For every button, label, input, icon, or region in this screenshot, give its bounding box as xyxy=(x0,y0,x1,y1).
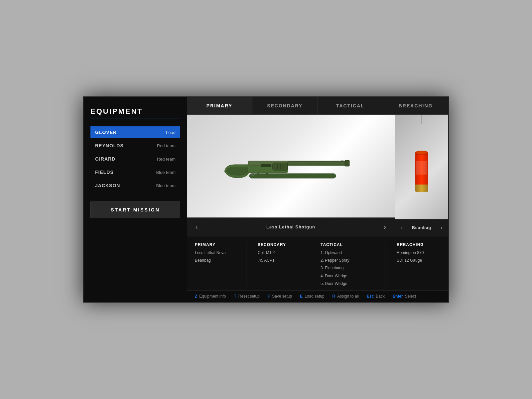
primary-weapon-panel: ‹ Less Lethal Shotgun › xyxy=(187,115,395,236)
loadout-tactical-value2: 2. Pepper Spray xyxy=(321,257,374,264)
hotkey-label-enter: Select xyxy=(405,294,416,299)
hotkey-key-f: F xyxy=(268,294,270,299)
team-member-reynolds[interactable]: Reynolds Red team xyxy=(90,140,180,152)
team-list: Glover Lead Reynolds Red team Girard Red… xyxy=(90,126,180,192)
tabs-bar: Primary Secondary Tactical Breaching xyxy=(187,97,448,115)
main-layout: EQUIPMENT Glover Lead Reynolds Red team … xyxy=(84,97,448,302)
hotkey-enter: Enter Select xyxy=(393,294,416,299)
loadout-secondary: Secondary Colt M191 .45 ACP1 xyxy=(258,242,298,287)
separator-2 xyxy=(309,242,309,287)
hotkey-esc: Esc Back xyxy=(367,294,385,299)
loadout-tactical-value4: 4. Door Wedge xyxy=(321,273,374,279)
hotkey-e: E Load setup xyxy=(300,294,324,299)
shell-label xyxy=(416,161,427,175)
secondary-ammo-nav: ‹ Beanbag › xyxy=(395,219,448,236)
svg-rect-10 xyxy=(261,164,271,167)
hotkey-key-e: E xyxy=(300,294,303,299)
team-member-girard[interactable]: Girard Red team xyxy=(90,153,180,165)
hotkey-key-z: Z xyxy=(195,294,197,299)
hotkey-label-t: Reset setup xyxy=(238,294,260,299)
loadout-tactical-label: Tactical xyxy=(321,242,374,247)
loadout-primary-value2: Beanbag xyxy=(195,257,235,264)
separator-3 xyxy=(385,242,385,287)
tab-primary[interactable]: Primary xyxy=(187,97,252,114)
prev-weapon-arrow[interactable]: ‹ xyxy=(193,222,200,232)
loadout-secondary-value2: .45 ACP1 xyxy=(258,257,298,264)
member-name: Jackson xyxy=(95,183,120,188)
prev-ammo-arrow[interactable]: ‹ xyxy=(398,223,405,232)
primary-weapon-nav: ‹ Less Lethal Shotgun › xyxy=(187,217,395,236)
hotkey-z: Z Equipment info xyxy=(195,294,226,299)
hotkey-key-enter: Enter xyxy=(393,294,403,299)
loadout-breaching-value2: SDI 12 Gauge xyxy=(397,257,437,264)
member-role: Red team xyxy=(157,157,176,162)
member-role: Lead xyxy=(166,130,176,135)
svg-rect-1 xyxy=(249,174,336,178)
beanbag-shell xyxy=(415,151,428,192)
secondary-weapon-name: Beanbag xyxy=(412,225,431,230)
bottom-hotkey-bar: Z Equipment info T Reset setup F Save se… xyxy=(187,290,448,302)
shell-crimp xyxy=(415,151,428,155)
team-member-glover[interactable]: Glover Lead xyxy=(90,126,180,138)
weapons-display: ‹ Less Lethal Shotgun › xyxy=(187,115,448,236)
tab-tactical[interactable]: Tactical xyxy=(318,97,383,114)
hotkey-label-f: Save setup xyxy=(272,294,292,299)
primary-weapon-name: Less Lethal Shotgun xyxy=(266,224,315,229)
title-underline xyxy=(90,118,180,118)
loadout-breaching-value1: Remington 870 xyxy=(397,250,437,256)
page-title: EQUIPMENT xyxy=(90,107,180,116)
loadout-secondary-value1: Colt M191 xyxy=(258,250,298,256)
member-role: Blue team xyxy=(156,170,176,175)
hotkey-label-e: Load setup xyxy=(305,294,324,299)
hotkey-key-r: R xyxy=(332,294,335,299)
shotgun-icon xyxy=(221,146,361,186)
loadout-primary: Primary Less Lethal Nova Beanbag xyxy=(195,242,235,287)
member-name: Glover xyxy=(95,130,117,135)
next-weapon-arrow[interactable]: › xyxy=(381,222,389,232)
secondary-weapon-image xyxy=(395,115,448,219)
separator-1 xyxy=(246,242,246,287)
member-name: Fields xyxy=(95,170,114,175)
next-ammo-arrow[interactable]: › xyxy=(438,223,445,232)
svg-rect-4 xyxy=(345,160,349,166)
hotkey-key-t: T xyxy=(234,294,236,299)
shell-body xyxy=(415,155,428,185)
svg-rect-11 xyxy=(341,160,343,161)
member-role: Blue team xyxy=(156,183,176,188)
start-mission-button[interactable]: START MISSION xyxy=(90,201,180,218)
loadout-tactical-value3: 3. Flashbang xyxy=(321,265,374,271)
team-member-jackson[interactable]: Jackson Blue team xyxy=(90,180,180,192)
loadout-primary-label: Primary xyxy=(195,242,235,247)
team-member-fields[interactable]: Fields Blue team xyxy=(90,166,180,178)
loadout-breaching: Breaching Remington 870 SDI 12 Gauge xyxy=(397,242,437,287)
loadout-summary: Primary Less Lethal Nova Beanbag Seconda… xyxy=(187,236,448,290)
tab-breaching[interactable]: Breaching xyxy=(383,97,448,114)
hotkey-label-esc: Back xyxy=(376,294,385,299)
tab-secondary[interactable]: Secondary xyxy=(252,97,318,114)
left-panel: EQUIPMENT Glover Lead Reynolds Red team … xyxy=(84,97,187,302)
loadout-tactical: Tactical 1. Optiwand 2. Pepper Spray 3. … xyxy=(321,242,374,287)
loadout-secondary-label: Secondary xyxy=(258,242,298,247)
loadout-tactical-value1: 1. Optiwand xyxy=(321,250,374,256)
shell-brass xyxy=(415,185,428,192)
hotkey-label-z: Equipment info xyxy=(199,294,226,299)
svg-rect-3 xyxy=(288,162,346,165)
loadout-primary-value1: Less Lethal Nova xyxy=(195,250,235,256)
hotkey-f: F Save setup xyxy=(268,294,292,299)
member-name: Reynolds xyxy=(95,143,124,148)
member-role: Red team xyxy=(157,143,176,148)
hotkey-r: R Assign to all xyxy=(332,294,359,299)
loadout-tactical-value5: 5. Door Wedge xyxy=(321,281,374,287)
game-screen: EQUIPMENT Glover Lead Reynolds Red team … xyxy=(83,96,449,303)
hotkey-label-r: Assign to all xyxy=(337,294,359,299)
primary-weapon-image xyxy=(187,115,395,217)
hotkey-t: T Reset setup xyxy=(234,294,259,299)
loadout-breaching-label: Breaching xyxy=(397,242,437,247)
right-panel: Primary Secondary Tactical Breaching xyxy=(187,97,448,302)
hotkey-key-esc: Esc xyxy=(367,294,374,299)
member-name: Girard xyxy=(95,156,115,162)
secondary-weapon-panel: ‹ Beanbag › xyxy=(395,115,448,236)
